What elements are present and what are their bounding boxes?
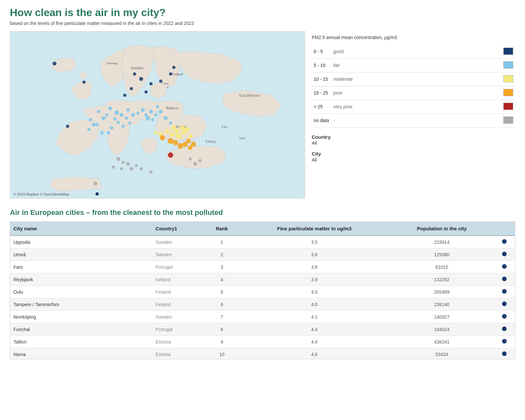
table-header-cell: Rank xyxy=(204,222,239,236)
table-row: Norrköping Sweden 7 4.1 140927 xyxy=(10,311,515,323)
svg-point-32 xyxy=(130,87,133,90)
svg-point-28 xyxy=(82,80,86,84)
svg-point-82 xyxy=(186,139,191,143)
svg-point-42 xyxy=(114,117,117,121)
table-header-cell: Fine particulate matter in ug/m3 xyxy=(239,222,389,236)
status-dot xyxy=(502,277,507,281)
svg-point-60 xyxy=(107,131,110,135)
pm-cell: 4.6 xyxy=(239,348,389,360)
svg-point-39 xyxy=(125,116,128,120)
city-name-cell: Norrköping xyxy=(10,311,152,323)
svg-point-40 xyxy=(97,110,100,113)
pm-cell: 4.0 xyxy=(239,298,389,311)
svg-point-96 xyxy=(199,159,202,162)
pm-cell: 4.1 xyxy=(239,311,389,323)
map-copyright: © 2024 Mapbox © OpenStreetMap xyxy=(13,192,69,196)
map-label-finland: Finland xyxy=(171,72,183,76)
svg-point-85 xyxy=(121,160,125,164)
pop-cell: 205489 xyxy=(389,286,494,298)
legend-row: no data - xyxy=(312,114,515,127)
legend-label: fair xyxy=(331,58,501,72)
table-header-cell: Country1 xyxy=(152,222,204,236)
dot-cell xyxy=(494,236,515,248)
svg-point-94 xyxy=(189,157,192,160)
svg-point-76 xyxy=(178,143,183,149)
country-filter-value[interactable]: All xyxy=(312,140,515,146)
dot-cell xyxy=(494,336,515,348)
svg-point-91 xyxy=(139,167,143,170)
map-label-belarus: Belarus xyxy=(166,106,178,110)
map-label-iraq: Iraq xyxy=(221,125,227,129)
svg-point-51 xyxy=(159,110,163,114)
table-row: Uppsala Sweden 1 3.5 219914 xyxy=(10,236,515,248)
status-dot xyxy=(502,252,507,256)
legend-label: good xyxy=(331,45,501,59)
svg-point-53 xyxy=(95,123,99,126)
svg-point-63 xyxy=(169,121,172,125)
pop-cell: 53424 xyxy=(389,348,494,360)
city-filter-value[interactable]: All xyxy=(312,157,515,162)
dot-cell xyxy=(494,311,515,323)
svg-point-59 xyxy=(128,121,131,125)
svg-point-90 xyxy=(135,164,138,167)
svg-point-36 xyxy=(119,113,123,117)
city-filter-label: City xyxy=(312,151,515,157)
map-label-norway: Norway xyxy=(107,61,118,65)
country-cell: Sweden xyxy=(152,311,204,323)
status-dot xyxy=(502,314,507,319)
svg-point-62 xyxy=(164,116,168,120)
table-row: Faro Portugal 3 3.6 61015 xyxy=(10,261,515,273)
svg-point-93 xyxy=(149,170,153,174)
svg-point-67 xyxy=(171,125,177,131)
pop-cell: 104024 xyxy=(389,323,494,336)
legend-swatch-cell xyxy=(501,72,515,86)
legend-range: no data xyxy=(312,114,331,127)
legend-title: PM2.5 annual mean concentration, µg/m3 xyxy=(312,34,515,41)
table-wrapper[interactable]: City nameCountry1RankFine particulate ma… xyxy=(10,221,515,359)
table-header: City nameCountry1RankFine particulate ma… xyxy=(10,222,515,236)
svg-point-56 xyxy=(87,128,91,131)
table-section: Air in European cities – from the cleane… xyxy=(10,208,515,359)
country-cell: Iceland xyxy=(152,273,204,286)
country-cell: Portugal xyxy=(152,261,204,273)
svg-point-22 xyxy=(133,73,136,76)
city-name-cell: Tampere / Tammerfors xyxy=(10,298,152,311)
table-row: Umeå Sweden 2 3.6 125080 xyxy=(10,248,515,261)
page-subtitle: based on the levels of fine particulate … xyxy=(10,21,515,26)
status-dot xyxy=(502,339,507,344)
svg-point-70 xyxy=(179,125,185,131)
svg-point-30 xyxy=(123,94,126,97)
legend-color-swatch xyxy=(503,89,513,96)
country-cell: Sweden xyxy=(152,236,204,248)
status-dot xyxy=(502,302,507,306)
svg-point-23 xyxy=(149,82,153,85)
svg-text:●: ● xyxy=(167,86,169,89)
pm-cell: 3.9 xyxy=(239,273,389,286)
country-cell: Estonia xyxy=(152,336,204,348)
svg-point-26 xyxy=(169,73,172,76)
svg-point-35 xyxy=(105,113,109,116)
city-name-cell: Funchal xyxy=(10,323,152,336)
rank-cell: 8 xyxy=(204,323,239,336)
legend-color-swatch xyxy=(503,61,513,69)
pm-cell: 3.6 xyxy=(239,261,389,273)
rank-cell: 1 xyxy=(204,236,239,248)
map-label-iran: Iran xyxy=(239,136,245,140)
legend-row: 5 - 10 fair xyxy=(312,58,515,72)
svg-point-54 xyxy=(89,118,92,121)
svg-point-31 xyxy=(144,90,148,94)
pm-cell: 4.0 xyxy=(239,286,389,298)
pm-cell: 3.5 xyxy=(239,236,389,248)
svg-point-87 xyxy=(112,165,115,169)
dot-cell xyxy=(494,323,515,336)
legend-range: 5 - 10 xyxy=(312,58,331,72)
svg-point-71 xyxy=(184,127,190,132)
rank-cell: 2 xyxy=(204,248,239,261)
legend-panel: PM2.5 annual mean concentration, µg/m3 0… xyxy=(312,31,515,199)
svg-point-29 xyxy=(66,125,69,128)
svg-point-72 xyxy=(188,134,193,138)
table-row: Reykjavik Iceland 4 3.9 132252 xyxy=(10,273,515,286)
svg-point-48 xyxy=(145,116,150,120)
country-cell: Portugal xyxy=(152,323,204,336)
table-header-cell-dot xyxy=(494,222,515,236)
